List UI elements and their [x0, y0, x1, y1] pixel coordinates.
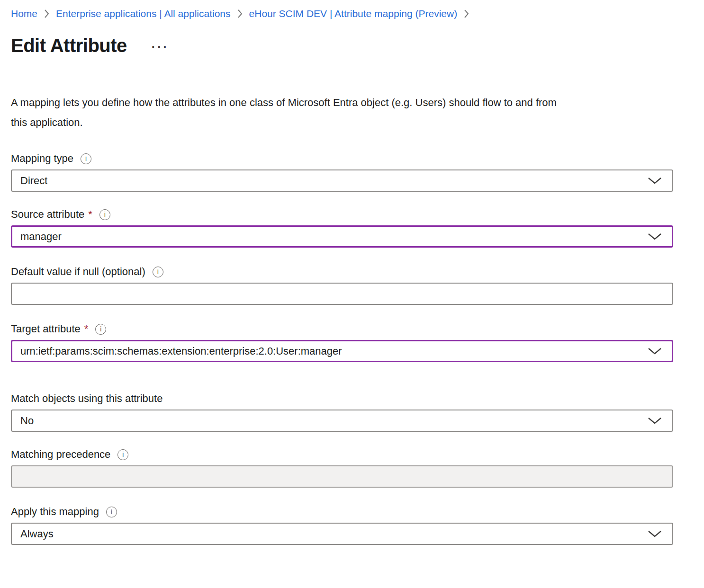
chevron-down-icon — [648, 233, 662, 241]
target-attribute-label: Target attribute — [11, 323, 81, 335]
source-attribute-value: manager — [20, 231, 62, 243]
target-attribute-dropdown[interactable]: urn:ietf:params:scim:schemas:extension:e… — [11, 340, 673, 362]
apply-mapping-dropdown[interactable]: Always — [11, 523, 673, 545]
mapping-type-label-row: Mapping type i — [11, 152, 673, 165]
match-objects-value: No — [20, 415, 34, 427]
mapping-type-dropdown[interactable]: Direct — [11, 169, 673, 192]
matching-precedence-label: Matching precedence — [11, 448, 110, 461]
chevron-down-icon — [648, 177, 662, 185]
title-row: Edit Attribute ··· — [11, 34, 673, 57]
apply-mapping-label: Apply this mapping — [11, 506, 99, 518]
page-description: A mapping lets you define how the attrib… — [11, 93, 673, 133]
breadcrumb-separator-icon — [44, 9, 50, 19]
matching-precedence-input — [11, 465, 673, 488]
apply-mapping-value: Always — [20, 528, 54, 540]
chevron-down-icon — [648, 530, 662, 538]
default-value-input[interactable] — [11, 283, 673, 305]
info-icon[interactable]: i — [99, 209, 110, 220]
breadcrumb-separator-icon — [463, 9, 469, 19]
required-asterisk: * — [88, 208, 92, 221]
matching-precedence-label-row: Matching precedence i — [11, 448, 673, 461]
description-line: A mapping lets you define how the attrib… — [11, 93, 673, 113]
default-value-label: Default value if null (optional) — [11, 266, 145, 278]
info-icon[interactable]: i — [106, 507, 117, 517]
edit-attribute-page: Home Enterprise applications | All appli… — [0, 0, 704, 545]
chevron-down-icon — [648, 417, 662, 425]
info-icon[interactable]: i — [95, 324, 106, 335]
info-icon[interactable]: i — [117, 449, 128, 460]
breadcrumb-link-attribute-mapping[interactable]: eHour SCIM DEV | Attribute mapping (Prev… — [249, 8, 458, 20]
mapping-type-value: Direct — [20, 175, 47, 187]
source-attribute-label-row: Source attribute * i — [11, 208, 673, 221]
apply-mapping-label-row: Apply this mapping i — [11, 506, 673, 518]
page-title: Edit Attribute — [11, 34, 127, 57]
more-options-button[interactable]: ··· — [152, 42, 169, 52]
source-attribute-dropdown[interactable]: manager — [11, 225, 673, 248]
required-asterisk: * — [84, 323, 89, 335]
breadcrumb: Home Enterprise applications | All appli… — [11, 8, 673, 20]
match-objects-dropdown[interactable]: No — [11, 410, 673, 432]
info-icon[interactable]: i — [153, 267, 163, 277]
source-attribute-label: Source attribute — [11, 208, 84, 221]
mapping-type-label: Mapping type — [11, 152, 73, 165]
match-objects-label: Match objects using this attribute — [11, 392, 162, 405]
breadcrumb-link-home[interactable]: Home — [11, 8, 37, 20]
breadcrumb-separator-icon — [237, 9, 243, 19]
target-attribute-value: urn:ietf:params:scim:schemas:extension:e… — [20, 345, 342, 357]
info-icon[interactable]: i — [81, 153, 91, 164]
match-objects-label-row: Match objects using this attribute — [11, 392, 673, 405]
breadcrumb-link-enterprise-applications[interactable]: Enterprise applications | All applicatio… — [56, 8, 231, 20]
target-attribute-label-row: Target attribute * i — [11, 323, 673, 335]
chevron-down-icon — [648, 347, 662, 355]
default-value-label-row: Default value if null (optional) i — [11, 266, 673, 278]
description-line: this application. — [11, 113, 673, 133]
